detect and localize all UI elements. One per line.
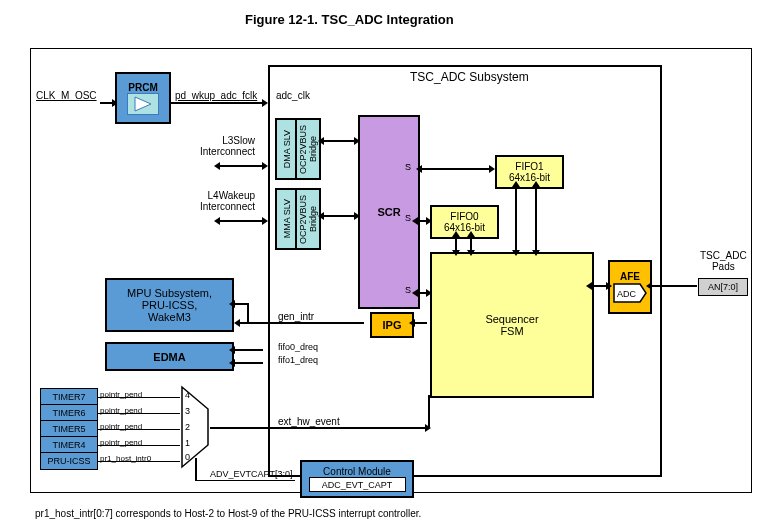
fifo0-l1: FIFO0 (450, 211, 478, 222)
triangle-buffer-icon (129, 95, 157, 113)
scr-box: SCR (358, 115, 420, 309)
mux-3: 3 (185, 406, 190, 416)
ctrl-inner: ADC_EVT_CAPT (309, 477, 406, 492)
control-module-box: Control Module ADC_EVT_CAPT (300, 460, 414, 498)
an-pad: AN[7:0] (698, 278, 748, 296)
port-s-3: S (405, 285, 411, 295)
dma-scr-arrow (324, 140, 354, 142)
ipg-label: IPG (383, 319, 402, 331)
an-label: AN[7:0] (708, 282, 738, 292)
gen-intr-arrow (240, 322, 364, 324)
l4-arrow (220, 220, 262, 222)
t7-line (98, 397, 180, 398)
gen-intr-label: gen_intr (278, 311, 314, 322)
adc-clk-label: adc_clk (276, 90, 310, 101)
mux-1: 1 (185, 438, 190, 448)
figure-title: Figure 12-1. TSC_ADC Integration (245, 12, 454, 27)
diagram-canvas: Figure 12-1. TSC_ADC Integration TSC_ADC… (10, 10, 759, 523)
ocp-bridge-1: OCP2VBUS Bridge (295, 118, 321, 180)
svg-text:ADC: ADC (617, 289, 637, 299)
mpu-l1: MPU Subsystem, (127, 287, 212, 299)
fifo1-seq-vline2 (535, 187, 537, 250)
port-s-1: S (405, 162, 411, 172)
mpu-box: MPU Subsystem, PRU-ICSS, WakeM3 (105, 278, 234, 332)
fifo0-l2: 64x16-bit (444, 222, 485, 233)
sequencer-box: Sequencer FSM (430, 252, 594, 398)
mpu-in-arrow (235, 303, 247, 305)
seq-l2: FSM (500, 325, 523, 337)
adv-vline (195, 458, 197, 480)
t6-line (98, 413, 180, 414)
t4-line (98, 445, 180, 446)
scr-seq-arrow (418, 292, 426, 294)
pruicss-box: PRU-ICSS (40, 452, 98, 470)
ctrl-l1: Control Module (323, 466, 391, 477)
mux-2: 2 (185, 422, 190, 432)
pads-label: TSC_ADCPads (700, 250, 747, 272)
port-s-2: S (405, 213, 411, 223)
ocp-label-2: OCP2VBUS Bridge (298, 190, 318, 248)
l4-label: L4WakeupInterconnect (165, 190, 255, 212)
dma-slv-label: DMA SLV (282, 130, 292, 168)
seq-afe-arrow (592, 285, 606, 287)
subsystem-label: TSC_ADC Subsystem (410, 70, 529, 84)
pru-line (98, 461, 180, 462)
ipg-box: IPG (370, 312, 414, 338)
prcm-label: PRCM (128, 82, 157, 93)
fifo1-l1: FIFO1 (515, 161, 543, 172)
l3-label: L3SlowInterconnect (165, 135, 255, 157)
mux-4: 4 (185, 390, 190, 400)
clk-m-osc-label: CLK_M_OSC (36, 90, 97, 101)
mma-slv-label: MMA SLV (282, 199, 292, 238)
mma-scr-arrow (324, 215, 354, 217)
prcm-buffer-icon (127, 93, 159, 115)
scr-fifo0-arrow (418, 220, 426, 222)
intr-vline (247, 303, 249, 323)
footnote: pr1_host_intr[0:7] corresponds to Host-2… (35, 508, 421, 519)
mpu-l3: WakeM3 (148, 311, 191, 323)
adv-hline (195, 480, 295, 481)
adv-label: ADV_EVTCAPT[3:0] (210, 469, 293, 479)
svg-marker-0 (135, 97, 151, 111)
fifo0-seq-vline (455, 237, 457, 250)
afe-label: AFE (620, 271, 640, 282)
edma-label: EDMA (153, 351, 185, 363)
fifo0-box: FIFO0 64x16-bit (430, 205, 499, 239)
edma-box: EDMA (105, 342, 234, 371)
fifo0-dreq-label: fifo0_dreq (278, 342, 318, 352)
fifo1-seq-vline (515, 187, 517, 250)
ctrl-l2: ADC_EVT_CAPT (322, 480, 393, 490)
prcm-out-arrow (170, 102, 262, 104)
seq-l1: Sequencer (485, 313, 538, 325)
ocp-label-1: OCP2VBUS Bridge (298, 120, 318, 178)
mpu-l2: PRU-ICSS, (142, 299, 198, 311)
ext-into-seq (428, 395, 430, 427)
ext-hw-label: ext_hw_event (278, 416, 340, 427)
fifo1-box: FIFO1 64x16-bit (495, 155, 564, 189)
adc-pentagon-icon: ADC (612, 282, 648, 304)
fifo1-dreq-arrow (235, 362, 263, 364)
afe-in-arrow (652, 285, 697, 287)
prcm-box: PRCM (115, 72, 171, 124)
fifo0-dreq-arrow (235, 349, 263, 351)
pd-wkup-label: pd_wkup_adc_fclk (175, 90, 257, 101)
fifo1-dreq-label: fifo1_dreq (278, 355, 318, 365)
scr-label: SCR (377, 206, 400, 218)
l3-arrow (220, 165, 262, 167)
t5-line (98, 429, 180, 430)
clk-osc-arrow (100, 102, 112, 104)
fifo0-seq-vline2 (470, 237, 472, 250)
seq-ipg-arrow (415, 322, 427, 324)
scr-fifo1-arrow (422, 168, 489, 170)
ext-hw-arrow (210, 427, 425, 429)
mux-0: 0 (185, 452, 190, 462)
